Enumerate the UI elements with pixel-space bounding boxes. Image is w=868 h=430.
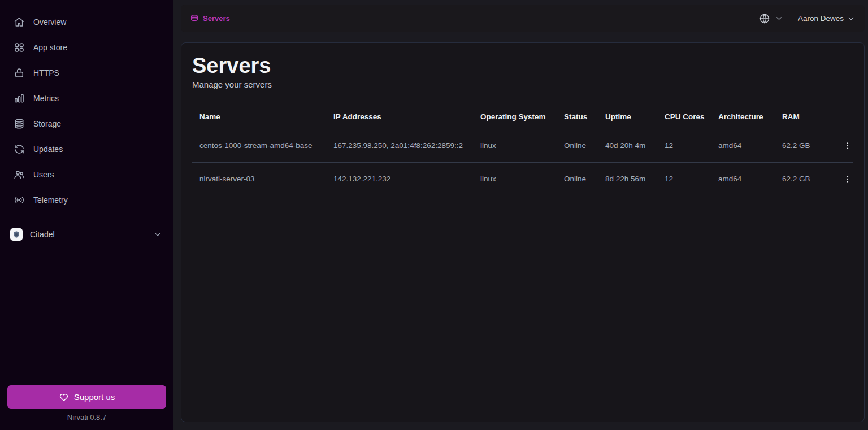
chevron-down-icon	[775, 14, 783, 23]
cell-name: centos-1000-stream-amd64-base	[192, 129, 326, 162]
cell-architecture: amd64	[711, 129, 775, 162]
sidebar-item-app-store[interactable]: App store	[0, 34, 173, 60]
column-header-cpu: CPU Cores	[657, 105, 711, 129]
user-menu[interactable]: Aaron Dewes	[798, 14, 856, 23]
language-selector[interactable]	[759, 13, 783, 24]
shield-icon	[12, 231, 20, 238]
column-header-status: Status	[557, 105, 598, 129]
sidebar-item-updates[interactable]: Updates	[0, 136, 173, 162]
grid-icon	[14, 42, 25, 53]
cell-name: nirvati-server-03	[192, 162, 326, 196]
sidebar-item-storage[interactable]: Storage	[0, 111, 173, 136]
servers-icon	[190, 14, 199, 23]
status-badge: Online	[557, 129, 598, 162]
users-icon	[14, 169, 25, 180]
sidebar-item-label: Storage	[33, 119, 61, 128]
cell-os: linux	[473, 162, 557, 196]
sidebar-item-label: Citadel	[30, 230, 55, 239]
status-badge: Online	[557, 162, 598, 196]
cell-ram: 62.2 GB	[775, 129, 831, 162]
servers-panel: Servers Manage your servers Name IP Addr…	[181, 42, 865, 422]
sidebar-spacer	[0, 246, 173, 385]
table-header-row: Name IP Addresses Operating System Statu…	[192, 105, 853, 129]
sidebar-item-telemetry[interactable]: Telemetry	[0, 187, 173, 212]
column-header-arch: Architecture	[711, 105, 775, 129]
column-header-name: Name	[192, 105, 326, 129]
chevron-down-icon	[847, 14, 856, 23]
row-actions-button[interactable]	[839, 172, 853, 186]
home-icon	[14, 16, 25, 28]
page-title: Servers	[192, 55, 853, 77]
breadcrumb-label: Servers	[203, 14, 230, 23]
sidebar-item-https[interactable]: HTTPS	[0, 60, 173, 85]
column-header-actions	[831, 105, 853, 129]
table-row: centos-1000-stream-amd64-base 167.235.98…	[192, 129, 853, 162]
sidebar-item-label: Telemetry	[33, 196, 68, 205]
heart-icon	[59, 392, 69, 402]
cell-uptime: 40d 20h 4m	[598, 129, 657, 162]
bar-chart-icon	[14, 93, 25, 104]
sidebar: Overview App store HTTPS Metrics Storage…	[0, 0, 173, 430]
cell-uptime: 8d 22h 56m	[598, 162, 657, 196]
chevron-down-icon	[153, 230, 162, 239]
lock-icon	[14, 67, 25, 79]
globe-icon	[759, 13, 770, 24]
cell-ip: 142.132.221.232	[326, 162, 473, 196]
column-header-ram: RAM	[775, 105, 831, 129]
breadcrumb-servers[interactable]: Servers	[190, 14, 230, 23]
cell-os: linux	[473, 129, 557, 162]
main-area: Servers Aaron Dewes Servers Manage your …	[173, 0, 868, 430]
broadcast-icon	[14, 194, 25, 206]
page-subtitle: Manage your servers	[192, 80, 853, 89]
sidebar-item-label: Users	[33, 170, 54, 179]
kebab-menu-icon	[843, 175, 852, 184]
sidebar-item-label: Overview	[33, 18, 66, 27]
row-actions-button[interactable]	[839, 139, 853, 153]
version-label: Nirvati 0.8.7	[0, 413, 173, 430]
support-us-label: Support us	[74, 392, 115, 402]
cell-ip: 167.235.98.250, 2a01:4f8:262:2859::2	[326, 129, 473, 162]
user-name: Aaron Dewes	[798, 14, 844, 23]
support-us-button[interactable]: Support us	[7, 385, 166, 409]
sidebar-item-label: Metrics	[33, 94, 59, 103]
cell-cpu-cores: 12	[657, 162, 711, 196]
table-row: nirvati-server-03 142.132.221.232 linux …	[192, 162, 853, 196]
cell-architecture: amd64	[711, 162, 775, 196]
sidebar-item-citadel[interactable]: Citadel	[0, 223, 173, 246]
servers-table: Name IP Addresses Operating System Statu…	[192, 105, 853, 196]
topbar-right: Aaron Dewes	[759, 13, 856, 24]
sidebar-item-overview[interactable]: Overview	[0, 9, 173, 34]
cell-ram: 62.2 GB	[775, 162, 831, 196]
sidebar-item-label: App store	[33, 43, 67, 52]
sidebar-item-metrics[interactable]: Metrics	[0, 85, 173, 111]
sidebar-item-label: Updates	[33, 145, 63, 154]
sidebar-item-users[interactable]: Users	[0, 162, 173, 187]
sidebar-item-label: HTTPS	[33, 68, 59, 77]
citadel-app-badge	[10, 228, 23, 241]
sidebar-divider	[7, 218, 167, 218]
column-header-ip: IP Addresses	[326, 105, 473, 129]
column-header-uptime: Uptime	[598, 105, 657, 129]
database-icon	[14, 118, 25, 129]
kebab-menu-icon	[843, 141, 852, 150]
column-header-os: Operating System	[473, 105, 557, 129]
topbar: Servers Aaron Dewes	[181, 5, 865, 32]
refresh-icon	[14, 144, 25, 155]
cell-cpu-cores: 12	[657, 129, 711, 162]
